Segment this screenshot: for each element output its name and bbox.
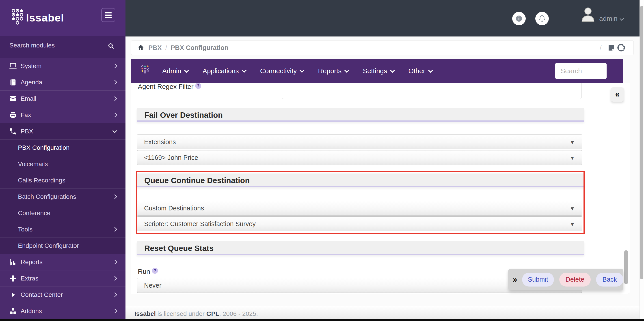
back-button[interactable]: Back — [596, 273, 624, 287]
chevron-right-icon — [112, 63, 117, 68]
navbar-logo-icon — [141, 65, 150, 77]
avatar[interactable] — [580, 5, 596, 24]
sidebar-item-addons[interactable]: Addons — [0, 303, 126, 319]
sidebar-item-batch-configurations[interactable]: Batch Configurations — [0, 189, 126, 205]
sidebar-item-agenda[interactable]: Agenda — [0, 74, 126, 90]
sidebar-menu: System Agenda Email — [0, 58, 126, 319]
sidebar-item-pbx-configuration[interactable]: PBX Configuration — [0, 139, 126, 156]
queue-continue-destination-select[interactable]: Scripter: Customer Satisfaction Survey — [137, 217, 582, 231]
cubes-icon — [9, 307, 17, 315]
sidebar-item-endpoint-configurator[interactable]: Endpoint Configurator — [0, 238, 126, 254]
breadcrumb: PBX / PBX Configuration / — [131, 40, 634, 55]
chevron-down-icon — [184, 68, 189, 72]
chevron-right-icon — [112, 260, 117, 264]
search-icon[interactable] — [108, 42, 115, 50]
chevron-down-icon — [112, 128, 117, 133]
collapse-panel-button[interactable]: « — [611, 87, 624, 102]
chevron-down-icon — [300, 68, 304, 72]
sidebar-item-pbx[interactable]: PBX — [0, 123, 126, 139]
notifications-button[interactable] — [535, 12, 549, 25]
phone-icon — [9, 127, 17, 135]
nav-menu-admin[interactable]: Admin — [162, 67, 188, 75]
sidebar-item-tools[interactable]: Tools — [0, 221, 126, 238]
submit-button[interactable]: Submit — [522, 273, 554, 287]
run-label: Run? — [138, 268, 158, 275]
navbar-search-input[interactable] — [555, 63, 606, 79]
sidebar-header: Issabel — [0, 0, 126, 36]
sidebar-search — [0, 36, 126, 58]
nav-menu-connectivity[interactable]: Connectivity — [260, 67, 304, 75]
info-button[interactable] — [512, 12, 526, 25]
chevron-right-icon — [112, 309, 117, 314]
chevron-right-icon — [112, 96, 117, 101]
sidebar-item-contact-center[interactable]: Contact Center — [0, 287, 126, 303]
footer-license-text: Issabel is licensed under GPL. 2006 - 20… — [134, 310, 258, 318]
issabel-app: admin Issabel — [0, 0, 644, 321]
action-toolbar: » Submit Delete Back — [508, 269, 624, 290]
sidebar-item-calls-recordings[interactable]: Calls Recordings — [0, 172, 126, 189]
laptop-icon — [9, 62, 17, 70]
printer-icon — [9, 111, 17, 119]
breadcrumb-section[interactable]: PBX — [148, 44, 162, 51]
nav-menu-other[interactable]: Other — [408, 67, 432, 75]
chevron-right-icon — [112, 194, 117, 199]
info-icon — [515, 14, 523, 23]
queue-continue-section-header: Queue Continue Destination — [137, 173, 584, 187]
breadcrumb-separator: / — [165, 44, 167, 51]
sidebar-item-voicemails[interactable]: Voicemails — [0, 156, 126, 172]
reset-queue-stats-section-header: Reset Queue Stats — [137, 241, 584, 255]
user-chevron-down-icon[interactable] — [620, 16, 624, 21]
delete-button[interactable]: Delete — [559, 273, 591, 287]
home-icon[interactable] — [137, 44, 144, 51]
help-badge-icon[interactable]: ? — [195, 83, 201, 89]
page-scrollbar-thumb[interactable] — [640, 6, 643, 279]
sidebar-item-system[interactable]: System — [0, 58, 126, 74]
dropdown-arrow-icon — [570, 138, 575, 146]
navbar-menu: Admin Applications Connectivity Reports … — [162, 67, 432, 75]
dropdown-arrow-icon — [570, 220, 575, 228]
help-lifering-icon[interactable] — [617, 43, 626, 52]
expand-toolbar-icon[interactable]: » — [513, 275, 517, 284]
sidebar-toggle-button[interactable] — [101, 8, 115, 22]
username[interactable]: admin — [599, 15, 618, 22]
failover-destination-select[interactable]: <1169> John Price — [137, 150, 582, 165]
sidebar-item-reports[interactable]: Reports — [0, 254, 126, 270]
chevron-down-icon — [242, 68, 246, 72]
chevron-down-icon — [390, 68, 395, 72]
queue-continue-category-select[interactable]: Custom Destinations — [137, 201, 582, 216]
sidebar-item-fax[interactable]: Fax — [0, 107, 126, 123]
chevron-right-icon — [112, 227, 117, 232]
chevron-right-icon — [112, 276, 117, 281]
page-scrollbar-track[interactable] — [640, 0, 644, 321]
sidebar-item-extras[interactable]: Extras — [0, 270, 126, 287]
hamburger-icon — [105, 12, 112, 13]
breadcrumb-page: PBX Configuration — [171, 44, 228, 51]
module-navbar: Admin Applications Connectivity Reports … — [131, 59, 623, 83]
nav-menu-reports[interactable]: Reports — [318, 67, 348, 75]
search-modules-input[interactable] — [9, 42, 100, 49]
inner-scroll-thumb[interactable] — [624, 250, 628, 284]
chevron-down-icon — [344, 68, 349, 72]
failover-category-select[interactable]: Extensions — [137, 135, 582, 149]
bottom-edge-strip — [0, 319, 644, 321]
topbar: admin — [126, 0, 644, 36]
dropdown-arrow-icon — [570, 205, 575, 212]
nav-menu-settings[interactable]: Settings — [363, 67, 394, 75]
note-icon[interactable] — [608, 44, 615, 51]
footer-brand: Issabel — [134, 310, 156, 317]
nav-menu-applications[interactable]: Applications — [202, 67, 246, 75]
plus-icon — [9, 275, 17, 283]
issabel-logo-icon — [12, 9, 25, 28]
play-icon — [9, 291, 17, 299]
bell-icon — [538, 14, 546, 23]
chevron-right-icon — [112, 80, 117, 85]
footer-divider — [131, 306, 640, 306]
failover-section-header: Fail Over Destination — [137, 108, 584, 122]
sidebar-item-email[interactable]: Email — [0, 90, 126, 107]
breadcrumb-right-separator: / — [600, 44, 602, 52]
help-badge-icon[interactable]: ? — [152, 268, 158, 274]
agent-regex-label: Agent Regex Filter? — [138, 83, 201, 90]
footer-gpl: GPL — [206, 310, 219, 317]
app-logo-text: Issabel — [26, 12, 64, 24]
sidebar-item-conference[interactable]: Conference — [0, 205, 126, 221]
